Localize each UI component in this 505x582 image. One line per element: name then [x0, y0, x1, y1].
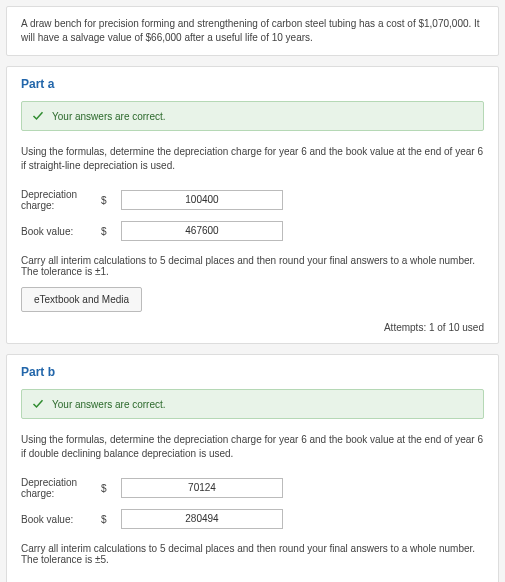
bv-row-b: Book value: $ 280494: [21, 509, 484, 529]
dep-input-b[interactable]: 70124: [121, 478, 283, 498]
correct-text-b: Your answers are correct.: [52, 399, 166, 410]
bv-row-a: Book value: $ 467600: [21, 221, 484, 241]
part-b-title: Part b: [21, 365, 484, 379]
part-a-title: Part a: [21, 77, 484, 91]
check-icon: [32, 398, 44, 410]
correct-text-a: Your answers are correct.: [52, 111, 166, 122]
dep-label-a: Depreciation charge:: [21, 189, 101, 211]
dep-currency-b: $: [101, 483, 121, 494]
bv-currency-b: $: [101, 514, 121, 525]
etextbook-button[interactable]: eTextbook and Media: [21, 287, 142, 312]
correct-banner-b: Your answers are correct.: [21, 389, 484, 419]
check-icon: [32, 110, 44, 122]
bv-label-b: Book value:: [21, 514, 101, 525]
bv-label-a: Book value:: [21, 226, 101, 237]
correct-banner-a: Your answers are correct.: [21, 101, 484, 131]
part-b-instructions: Using the formulas, determine the deprec…: [21, 433, 484, 461]
problem-text: A draw bench for precision forming and s…: [21, 17, 484, 45]
dep-input-a[interactable]: 100400: [121, 190, 283, 210]
part-b-card: Part b Your answers are correct. Using t…: [6, 354, 499, 582]
part-a-instructions: Using the formulas, determine the deprec…: [21, 145, 484, 173]
part-a-card: Part a Your answers are correct. Using t…: [6, 66, 499, 344]
problem-card: A draw bench for precision forming and s…: [6, 6, 499, 56]
dep-currency-a: $: [101, 195, 121, 206]
bv-input-b[interactable]: 280494: [121, 509, 283, 529]
dep-label-b: Depreciation charge:: [21, 477, 101, 499]
part-b-note: Carry all interim calculations to 5 deci…: [21, 543, 484, 565]
attempts-text: Attempts: 1 of 10 used: [21, 322, 484, 333]
bv-currency-a: $: [101, 226, 121, 237]
dep-row-a: Depreciation charge: $ 100400: [21, 189, 484, 211]
part-a-note: Carry all interim calculations to 5 deci…: [21, 255, 484, 277]
bv-input-a[interactable]: 467600: [121, 221, 283, 241]
dep-row-b: Depreciation charge: $ 70124: [21, 477, 484, 499]
